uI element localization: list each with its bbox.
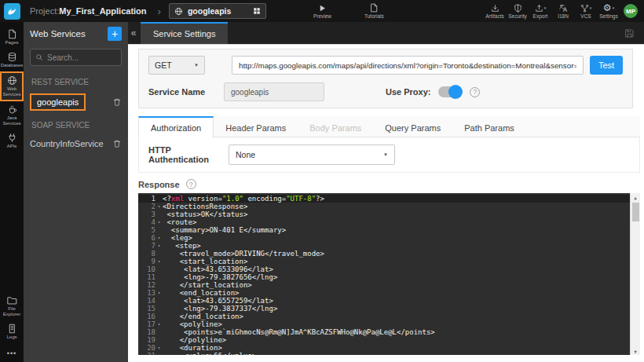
app-logo[interactable] (0, 0, 24, 22)
code-line-8[interactable]: 8 <travel_mode>DRIVING</travel_mode> (138, 250, 640, 258)
http-method-select[interactable]: GET ▼ (148, 56, 205, 75)
test-button[interactable]: Test (590, 56, 623, 75)
code-line-14[interactable]: 14 <lat>43.6557259</lat> (138, 297, 640, 305)
sidebar-item-apis[interactable]: APIs (0, 130, 24, 152)
sidebar-item-label: Pages (5, 40, 18, 46)
sidebar-item-databases[interactable]: Databases (0, 49, 24, 71)
sidebar-item-java-services[interactable]: Java Services (0, 101, 24, 130)
fold-arrow-icon[interactable]: ▾ (156, 203, 163, 210)
code-line-4[interactable]: 4▾ <route> (138, 218, 640, 226)
code-line-6[interactable]: 6▾ <leg> (138, 234, 640, 242)
logs-icon (7, 324, 17, 334)
add-service-button[interactable]: + (108, 27, 122, 41)
sidebar-item-file-explorer[interactable]: File Explorer (0, 292, 24, 320)
panel-header: Web Services + (24, 22, 128, 46)
code-line-18[interactable]: 18 <points>e`miGhmocNs@Rm@N]JmA^KBcAZSFW… (138, 328, 640, 336)
chevron-down-icon: ▼ (383, 152, 388, 157)
code-line-11[interactable]: 11 <lng>-79.3827656</lng> (138, 273, 640, 281)
sidebar-item-label: APIs (7, 144, 17, 149)
save-icon[interactable] (624, 28, 635, 38)
panel-title: Web Services (30, 29, 86, 38)
code-line-21[interactable]: 21 <value>66</value> (138, 352, 640, 355)
scrollbar-thumb[interactable] (632, 203, 639, 221)
use-proxy-label: Use Proxy: (386, 87, 430, 97)
user-avatar[interactable]: MP (624, 4, 638, 18)
proxy-help-icon[interactable]: ? (470, 87, 480, 97)
fold-arrow-icon[interactable]: ▾ (156, 242, 163, 250)
sidebar-item-logs[interactable]: Logs (0, 320, 24, 343)
service-sections: REST SERVICEgoogleapisSOAP SERVICECountr… (24, 71, 128, 154)
code-line-9[interactable]: 9▾ <start_location> (138, 258, 640, 265)
http-method-value: GET (155, 60, 172, 70)
fold-arrow-icon[interactable]: ▾ (156, 218, 163, 226)
topbar-item-vcs[interactable]: ▾VCS (576, 3, 596, 19)
fold-arrow-icon[interactable]: ▾ (156, 320, 163, 328)
service-selector[interactable]: googleapis (169, 3, 266, 19)
line-number: 9 (138, 258, 156, 265)
trash-icon[interactable] (112, 97, 122, 107)
line-number: 1 (138, 195, 156, 203)
scroll-up-icon[interactable]: ▲ (634, 193, 637, 201)
topbar-item-label: I18N (558, 13, 569, 19)
request-row: GET ▼ Test (148, 56, 623, 75)
line-number: 20 (138, 344, 156, 352)
fold-arrow-icon[interactable]: ▾ (156, 258, 163, 265)
code-line-2[interactable]: 2▾<DirectionsResponse> (138, 203, 640, 210)
fold-arrow-icon[interactable]: ▾ (156, 234, 163, 242)
tutorials-button[interactable]: Tutorials (364, 3, 384, 19)
line-number: 2 (138, 203, 156, 210)
topbar-item-i18n[interactable]: I18N (553, 3, 573, 19)
topbar-item-settings[interactable]: ⚙▾Settings (598, 3, 619, 19)
code-line-13[interactable]: 13▾ <end_location> (138, 289, 640, 297)
code-line-1[interactable]: 1<?xml version="1.0" encoding="UTF-8"?> (138, 195, 640, 203)
fold-spacer (156, 281, 163, 289)
code-text: <polyline> (163, 320, 222, 328)
tab-path-params[interactable]: Path Params (452, 116, 526, 137)
http-authentication-select[interactable]: None ▼ (229, 144, 395, 165)
editor-scrollbar[interactable]: ▲ ▼ (630, 193, 640, 355)
tab-authorization[interactable]: Authorization (138, 116, 214, 138)
topbar-item-security[interactable]: Security (507, 3, 528, 19)
use-proxy-toggle[interactable] (438, 86, 462, 97)
code-line-16[interactable]: 16 </end_location> (138, 313, 640, 320)
grid-icon[interactable] (253, 7, 261, 15)
code-line-5[interactable]: 5 <summary>ON-401 E</summary> (138, 226, 640, 234)
code-line-20[interactable]: 20▾ <duration> (138, 344, 640, 352)
response-help-icon[interactable]: ? (186, 179, 196, 189)
code-line-15[interactable]: 15 <lng>-79.3837337</lng> (138, 305, 640, 313)
collapse-panel-button[interactable]: « (128, 27, 139, 38)
fold-arrow-icon[interactable]: ▾ (156, 289, 163, 297)
code-line-19[interactable]: 19 </polyline> (138, 336, 640, 344)
fold-arrow-icon[interactable]: ▾ (156, 344, 163, 352)
code-line-17[interactable]: 17▾ <polyline> (138, 320, 640, 328)
code-line-12[interactable]: 12 </start_location> (138, 281, 640, 289)
sidebar-item-label: Databases (1, 63, 24, 68)
service-name-input[interactable] (224, 82, 324, 101)
search-input[interactable] (47, 53, 116, 62)
code-line-3[interactable]: 3 <status>OK</status> (138, 210, 640, 218)
sidebar-item-web-services[interactable]: Web Services (0, 71, 24, 101)
document-icon (369, 3, 379, 13)
code-line-7[interactable]: 7▾ <step> (138, 242, 640, 250)
tab-query-params[interactable]: Query Params (373, 116, 452, 137)
response-code-editor[interactable]: 1<?xml version="1.0" encoding="UTF-8"?>2… (138, 193, 640, 355)
sidebar-item-pages[interactable]: Pages (0, 26, 24, 49)
rail-overflow-button[interactable]: ••• (7, 343, 16, 362)
trash-icon[interactable] (112, 139, 122, 148)
fold-spacer (156, 352, 163, 355)
tab-header-params[interactable]: Header Params (214, 116, 298, 137)
request-url-input[interactable] (232, 56, 584, 75)
service-item-googleapis[interactable]: googleapis (24, 90, 128, 114)
code-text: </end_location> (163, 313, 243, 320)
topbar-item-export[interactable]: ▾Export (530, 3, 551, 19)
topbar-item-label: Export (533, 13, 548, 19)
preview-button[interactable]: Preview (313, 4, 331, 19)
code-line-10[interactable]: 10 <lat>43.6533096</lat> (138, 265, 640, 273)
tab-service-settings[interactable]: Service Settings (141, 22, 228, 44)
service-item-countryinfoservice[interactable]: CountryInfoService (24, 133, 128, 154)
topbar-item-artifacts[interactable]: Artifacts (485, 3, 505, 19)
scroll-down-icon[interactable]: ▼ (634, 347, 637, 355)
preview-label: Preview (313, 13, 331, 19)
search-icon (35, 53, 43, 61)
line-number: 18 (138, 328, 156, 336)
